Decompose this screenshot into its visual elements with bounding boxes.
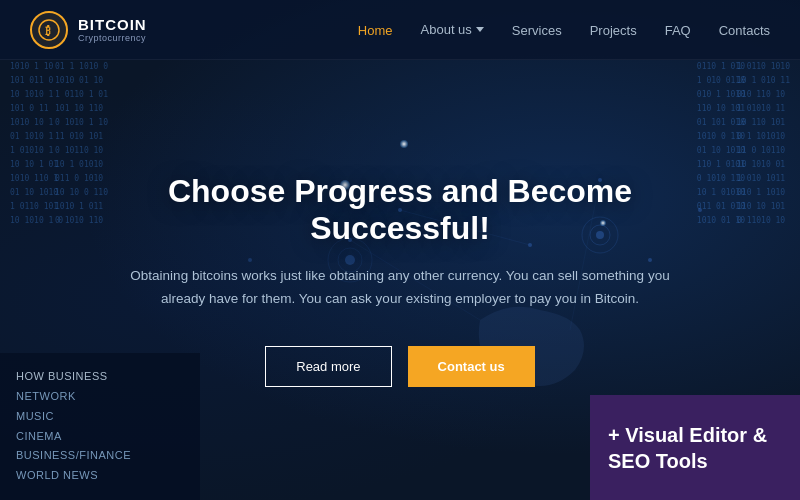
news-item-2: NETWORK xyxy=(16,387,184,407)
svg-text:₿: ₿ xyxy=(45,24,51,36)
nav-item-contacts[interactable]: Contacts xyxy=(719,21,770,39)
nav-link-faq[interactable]: FAQ xyxy=(665,23,691,38)
logo: ₿ BITCOIN Cryptocurrency xyxy=(30,11,147,49)
nav-link-home[interactable]: Home xyxy=(358,23,393,38)
navbar: ₿ BITCOIN Cryptocurrency Home About us S… xyxy=(0,0,800,60)
news-ticker: HOW BUSINESS NETWORK MUSIC CINEMA BUSINE… xyxy=(0,353,200,500)
hero-description: Obtaining bitcoins works just like obtai… xyxy=(120,265,680,311)
nav-links: Home About us Services Projects FAQ Cont… xyxy=(358,21,770,39)
logo-icon: ₿ xyxy=(30,11,68,49)
hero-title: Choose Progress and Become Successful! xyxy=(80,173,720,247)
logo-title: BITCOIN xyxy=(78,16,147,33)
nav-link-services[interactable]: Services xyxy=(512,23,562,38)
logo-subtitle: Cryptocurrency xyxy=(78,33,147,43)
logo-text: BITCOIN Cryptocurrency xyxy=(78,16,147,43)
nav-link-projects[interactable]: Projects xyxy=(590,23,637,38)
nav-item-services[interactable]: Services xyxy=(512,21,562,39)
nav-item-faq[interactable]: FAQ xyxy=(665,21,691,39)
hero-buttons: Read more Contact us xyxy=(265,346,534,387)
nav-link-contacts[interactable]: Contacts xyxy=(719,23,770,38)
news-item-4: CINEMA xyxy=(16,427,184,447)
nav-link-about[interactable]: About us xyxy=(421,22,484,37)
nav-item-about[interactable]: About us xyxy=(421,22,484,37)
visual-editor-badge: + Visual Editor & SEO Tools xyxy=(590,395,800,500)
bitcoin-logo-svg: ₿ xyxy=(38,19,60,41)
news-item-3: MUSIC xyxy=(16,407,184,427)
visual-editor-text: + Visual Editor & SEO Tools xyxy=(608,422,782,474)
nav-item-home[interactable]: Home xyxy=(358,21,393,39)
news-item-6: WORLD NEWS xyxy=(16,466,184,486)
news-item-1: HOW BUSINESS xyxy=(16,367,184,387)
news-item-5: BUSINESS/FINANCE xyxy=(16,446,184,466)
contact-us-button[interactable]: Contact us xyxy=(408,346,535,387)
read-more-button[interactable]: Read more xyxy=(265,346,391,387)
chevron-down-icon xyxy=(476,27,484,32)
nav-item-projects[interactable]: Projects xyxy=(590,21,637,39)
